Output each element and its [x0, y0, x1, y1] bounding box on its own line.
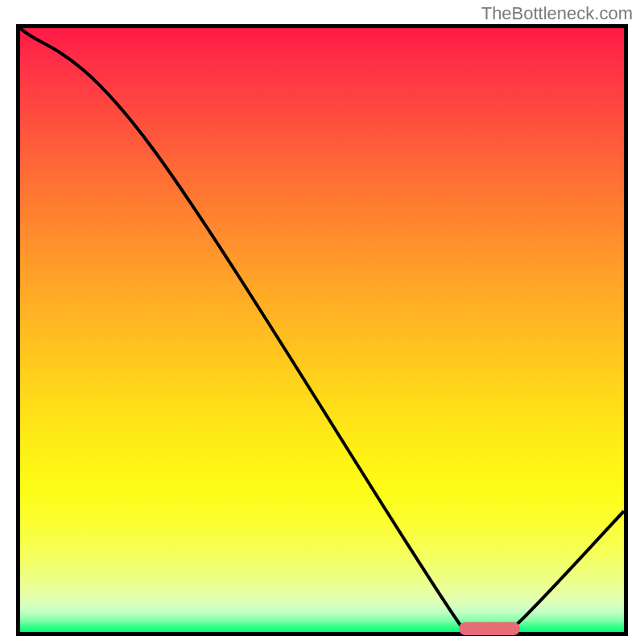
bottleneck-curve	[20, 28, 624, 632]
watermark-text: TheBottleneck.com	[481, 3, 633, 24]
chart-frame	[16, 24, 628, 636]
optimal-range-marker	[459, 622, 520, 635]
